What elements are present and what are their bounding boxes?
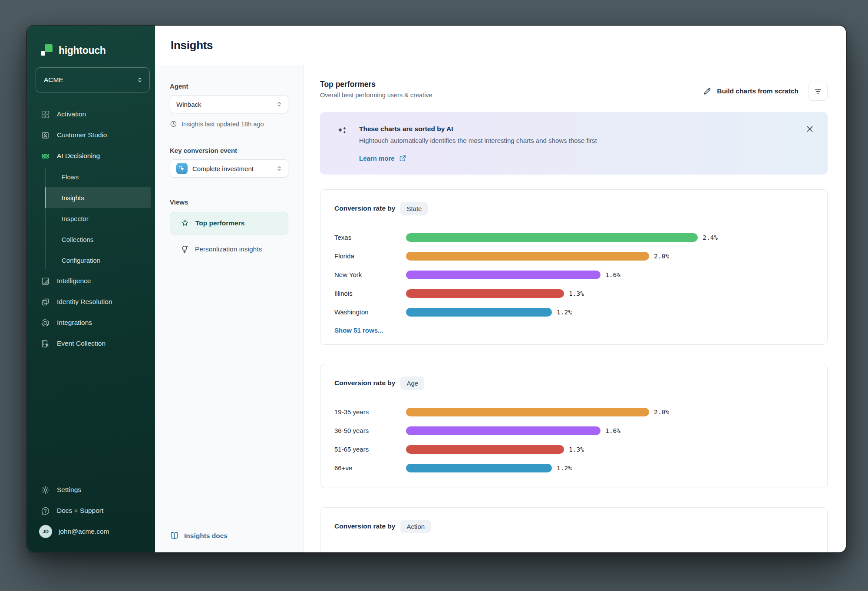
sidebar-item-integrations[interactable]: Integrations (27, 312, 155, 333)
sidebar-item-insights[interactable]: Insights (45, 187, 151, 208)
sidebar-item-event-collection[interactable]: Event Collection (27, 333, 155, 354)
sidebar-item-activation[interactable]: Activation (27, 104, 155, 125)
sidebar-nav: Activation Customer Studio AI Decisionin… (27, 104, 155, 354)
bar[interactable] (406, 426, 601, 435)
bar[interactable] (406, 233, 698, 242)
chart-row: Washington1.2% (334, 303, 813, 321)
view-label: Top performers (195, 219, 244, 227)
chart-dimension-chip[interactable]: State (400, 202, 428, 215)
show-rows-link[interactable]: Show 51 rows... (334, 327, 813, 334)
chart-row: 19-35 years2.0% (334, 403, 813, 421)
sidebar-item-configuration[interactable]: Configuration (45, 250, 151, 271)
view-top-performers[interactable]: Top performers (170, 212, 288, 234)
bar[interactable] (406, 271, 601, 279)
bar-value-label: 2.0% (654, 253, 669, 260)
sidebar-subitem-label: Inspector (62, 215, 89, 222)
bar[interactable] (406, 252, 649, 261)
chart-row: 66+ve1.2% (334, 459, 813, 477)
logo: hightouch (27, 26, 155, 57)
chart-dimension-chip[interactable]: Action (400, 520, 431, 533)
chart-row: Texas2.4% (334, 228, 813, 247)
insights-docs-link[interactable]: Insights docs (170, 531, 288, 540)
sidebar-item-settings[interactable]: Settings (27, 479, 155, 500)
filter-panel: Agent Winback Insights last updated 18h … (155, 65, 304, 552)
bar-value-label: 1.2% (557, 465, 572, 472)
learn-more-link[interactable]: Learn more (359, 155, 406, 162)
sidebar-item-inspector[interactable]: Inspector (45, 208, 151, 229)
bar-category-label: 36-50 years (334, 427, 406, 434)
sidebar-item-identity-resolution[interactable]: Identity Resolution (27, 291, 155, 312)
bar-value-label: 2.0% (654, 409, 669, 416)
event-collection-icon (41, 339, 50, 348)
view-label: Personlization insights (195, 245, 262, 253)
chart-rows: 19-35 years2.0%36-50 years1.6%51-65 year… (334, 403, 813, 477)
bar[interactable] (406, 464, 552, 472)
banner-body: Hightouch automatically identifies the m… (359, 137, 597, 144)
ai-decisioning-icon (41, 152, 50, 161)
bar-value-label: 1.3% (569, 290, 584, 297)
chart-card-age: Conversion rate by Age 19-35 years2.0%36… (320, 364, 828, 488)
last-updated: Insights last updated 18h ago (170, 120, 288, 128)
sidebar: hightouch ACME Activation Customer Studi… (27, 26, 155, 552)
build-charts-button[interactable]: Build charts from scratch (703, 87, 799, 96)
build-charts-label: Build charts from scratch (717, 87, 799, 95)
bar[interactable] (406, 445, 564, 454)
chevron-up-down-icon (136, 76, 143, 83)
chart-card-action: Conversion rate by Action (320, 507, 828, 552)
ai-banner: These charts are sorted by AI Hightouch … (320, 112, 828, 175)
bar[interactable] (406, 308, 552, 317)
book-icon (170, 531, 179, 540)
bar[interactable] (406, 289, 564, 298)
bar-category-label: 19-35 years (334, 408, 406, 416)
bar-value-label: 1.3% (569, 446, 584, 453)
user-email: john@acme.com (59, 528, 109, 535)
insights-docs-label: Insights docs (184, 532, 228, 540)
bar-value-label: 1.2% (557, 309, 572, 316)
chevron-up-down-icon (276, 165, 283, 172)
view-personalization-insights[interactable]: Personlization insights (170, 239, 288, 260)
lightbulb-icon (180, 245, 189, 254)
sidebar-item-intelligence[interactable]: Intelligence (27, 271, 155, 291)
activation-icon (41, 110, 50, 119)
sidebar-item-ai-decisioning[interactable]: AI Decisioning (27, 145, 155, 166)
intelligence-icon (41, 277, 50, 286)
conversion-event-select[interactable]: Complete investment (170, 159, 288, 178)
star-icon (181, 219, 189, 228)
agent-select[interactable]: Winback (170, 95, 288, 113)
bar-category-label: New York (334, 271, 406, 278)
chart-dimension-chip[interactable]: Age (400, 376, 424, 390)
page-title: Insights (171, 39, 213, 52)
gear-icon (41, 485, 50, 495)
sidebar-user[interactable]: JD john@acme.com (27, 521, 155, 542)
sidebar-item-flows[interactable]: Flows (45, 166, 151, 187)
conversion-event-value: Complete investment (192, 165, 276, 172)
sidebar-item-customer-studio[interactable]: Customer Studio (27, 125, 155, 145)
clock-icon (170, 120, 177, 128)
bar-value-label: 2.4% (703, 234, 718, 241)
close-icon[interactable] (805, 124, 815, 134)
pencil-icon (703, 87, 712, 96)
sidebar-item-label: Settings (57, 486, 81, 494)
customer-studio-icon (41, 131, 50, 140)
learn-more-label: Learn more (359, 155, 395, 162)
avatar: JD (39, 525, 52, 538)
identity-resolution-icon (41, 297, 50, 307)
sidebar-item-docs-support[interactable]: Docs + Support (27, 500, 155, 521)
bar-category-label: Texas (334, 234, 406, 241)
sidebar-item-label: Intelligence (57, 277, 91, 285)
chart-row: Illinois1.3% (334, 284, 813, 303)
sidebar-footer: Settings Docs + Support JD john@acme.com (27, 479, 155, 552)
chart-row: Florida2.0% (334, 247, 813, 265)
sidebar-item-label: AI Decisioning (57, 152, 100, 160)
sidebar-item-collections[interactable]: Collections (45, 229, 151, 250)
logo-text: hightouch (59, 45, 106, 56)
views-label: Views (170, 198, 288, 206)
filter-button[interactable] (808, 82, 828, 101)
bar[interactable] (406, 408, 649, 416)
bar-value-label: 1.6% (605, 427, 620, 434)
section-title: Top performers (320, 80, 432, 89)
chart-card-state: Conversion rate by State Texas2.4%Florid… (320, 189, 828, 345)
hightouch-logo-icon (40, 44, 53, 57)
workspace-switcher[interactable]: ACME (36, 67, 150, 92)
sidebar-item-label: Identity Resolution (57, 298, 112, 306)
